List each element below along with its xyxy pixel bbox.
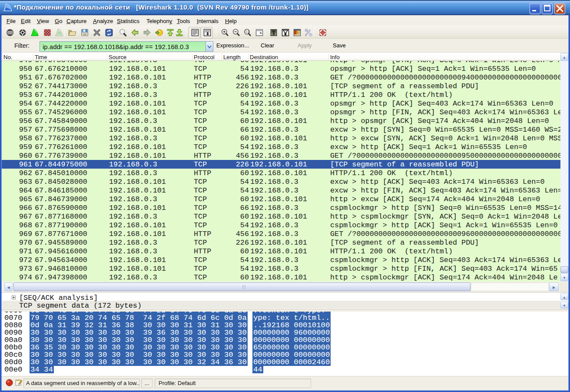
- svg-text:1:1: 1:1: [245, 30, 249, 33]
